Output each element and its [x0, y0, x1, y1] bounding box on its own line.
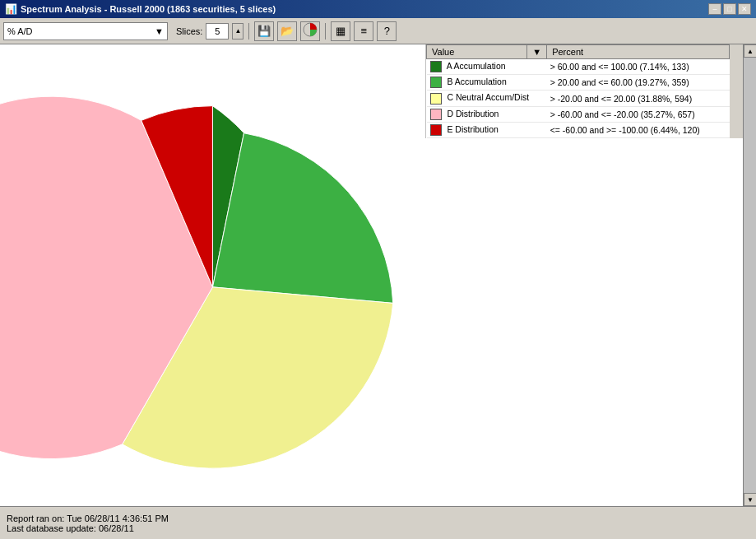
last-db-label: Last database update:	[7, 523, 96, 533]
legend-row: A Accumulation > 60.00 and <= 100.00 (7.…	[427, 59, 730, 75]
legend-range-cell: > 20.00 and <= 60.00 (19.27%, 359)	[547, 75, 730, 91]
app-window: 📊 Spectrum Analysis - Russell 2000 (1863…	[0, 0, 756, 539]
last-db-value: 06/28/11	[99, 523, 134, 533]
scroll-track[interactable]	[744, 58, 756, 493]
status-bar: Report ran on: Tue 06/28/11 4:36:51 PM L…	[0, 506, 756, 539]
content-area: Value ▼ Percent A Accum	[0, 44, 756, 506]
right-panel: Value ▼ Percent A Accum	[425, 44, 743, 506]
save-button[interactable]: 💾	[254, 21, 274, 41]
slices-spin-up[interactable]: ▲	[232, 23, 243, 39]
scroll-up-button[interactable]: ▲	[744, 44, 756, 58]
save-icon: 💾	[257, 25, 271, 37]
legend-color-swatch	[430, 77, 442, 88]
window-title: Spectrum Analysis - Russell 2000 (1863 s…	[21, 4, 276, 14]
col-percent-header: Percent	[547, 45, 730, 59]
legend-range: > -60.00 and <= -20.00 (35.27%, 657)	[550, 109, 695, 119]
scroll-down-button[interactable]: ▼	[744, 493, 756, 506]
pie-chart	[0, 44, 425, 506]
legend-range-cell: > -60.00 and <= -20.00 (35.27%, 657)	[547, 106, 730, 122]
legend-label-cell: E Distribution	[427, 122, 547, 137]
legend-range-cell: > -20.00 and <= 20.00 (31.88%, 594)	[547, 91, 730, 106]
legend-label-cell: B Accumulation	[427, 75, 547, 91]
toolbar-separator-2	[325, 23, 326, 39]
legend-label: E Distribution	[447, 124, 498, 134]
legend-label: C Neutral Accum/Dist	[447, 92, 529, 102]
maximize-button[interactable]: □	[723, 3, 736, 15]
list-button[interactable]: ≡	[354, 21, 373, 41]
legend-label-cell: D Distribution	[427, 106, 547, 122]
legend-range-cell: > 60.00 and <= 100.00 (7.14%, 133)	[547, 59, 730, 75]
scrollbar[interactable]: ▲ ▼	[743, 44, 756, 506]
title-bar: 📊 Spectrum Analysis - Russell 2000 (1863…	[0, 0, 756, 18]
legend-range: > 20.00 and <= 60.00 (19.27%, 359)	[550, 77, 689, 87]
list-icon: ≡	[361, 25, 368, 37]
legend-label: B Accumulation	[447, 77, 506, 86]
close-button[interactable]: ✕	[738, 3, 751, 15]
legend-table: Value ▼ Percent A Accum	[426, 44, 730, 138]
window-controls: – □ ✕	[708, 3, 751, 15]
open-icon: 📂	[281, 25, 294, 37]
open-button[interactable]: 📂	[277, 21, 297, 41]
legend-range: > 60.00 and <= 100.00 (7.14%, 133)	[550, 62, 689, 72]
legend-empty-space	[425, 138, 743, 506]
app-icon: 📊	[5, 3, 17, 15]
dropdown-arrow-icon: ▼	[155, 26, 164, 36]
legend-range-cell: <= -60.00 and >= -100.00 (6.44%, 120)	[547, 122, 730, 137]
legend-color-swatch	[430, 93, 442, 105]
legend-label: A Accumulation	[447, 61, 506, 71]
legend-row: C Neutral Accum/Dist > -20.00 and <= 20.…	[427, 91, 730, 106]
legend-row: D Distribution > -60.00 and <= -20.00 (3…	[427, 106, 730, 122]
legend-range: <= -60.00 and >= -100.00 (6.44%, 120)	[550, 125, 700, 135]
legend-label-cell: A Accumulation	[427, 59, 547, 75]
legend-label: D Distribution	[447, 109, 499, 118]
legend-area: Value ▼ Percent A Accum	[425, 44, 730, 138]
dropdown-value: % A/D	[7, 26, 33, 36]
report-ran-value: Tue 06/28/11 4:36:51 PM	[67, 513, 169, 523]
analysis-dropdown[interactable]: % A/D ▼	[3, 22, 168, 40]
help-button[interactable]: ?	[377, 21, 397, 41]
legend-row: B Accumulation > 20.00 and <= 60.00 (19.…	[427, 75, 730, 91]
minimize-button[interactable]: –	[708, 3, 721, 15]
report-ran-label: Report ran on:	[7, 513, 64, 523]
toolbar-separator-1	[248, 23, 249, 39]
grid-button[interactable]: ▦	[331, 21, 350, 41]
toolbar: % A/D ▼ Slices: ▲ 💾 📂 ▦	[0, 18, 756, 44]
legend-color-swatch	[430, 61, 442, 72]
slices-input[interactable]	[206, 23, 229, 39]
legend-label-cell: C Neutral Accum/Dist	[427, 91, 547, 106]
col-sort-icon[interactable]: ▼	[527, 45, 547, 59]
pie-icon	[303, 22, 318, 39]
legend-color-swatch	[430, 124, 442, 136]
report-ran-line: Report ran on: Tue 06/28/11 4:36:51 PM	[7, 513, 749, 523]
last-db-line: Last database update: 06/28/11	[7, 523, 749, 533]
pie-chart-button[interactable]	[300, 21, 320, 41]
col-value-header: Value	[427, 45, 527, 59]
legend-row: E Distribution <= -60.00 and >= -100.00 …	[427, 122, 730, 137]
grid-icon: ▦	[336, 25, 346, 37]
legend-color-swatch	[430, 109, 442, 120]
help-icon: ?	[384, 25, 390, 37]
slice-b	[213, 133, 393, 304]
slices-label: Slices:	[176, 26, 202, 36]
legend-range: > -20.00 and <= 20.00 (31.88%, 594)	[550, 94, 693, 104]
chart-area	[0, 44, 425, 506]
